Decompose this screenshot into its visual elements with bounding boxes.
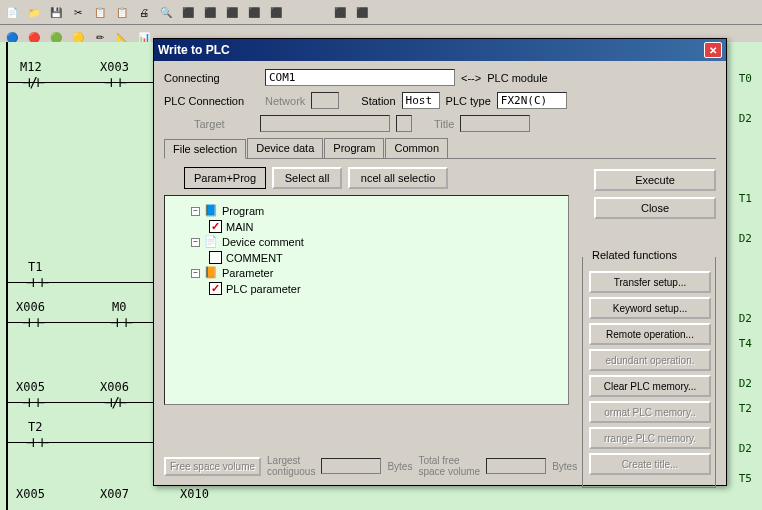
- network-label: Network: [265, 95, 305, 107]
- toolbar-icon[interactable]: ⬛: [222, 2, 242, 22]
- create-title-button: Create title...: [589, 453, 711, 475]
- contact-label: X003: [100, 60, 129, 74]
- contact-label: M12: [20, 60, 42, 74]
- program-icon: 📘: [204, 204, 218, 218]
- largest-field: [321, 458, 381, 474]
- largest-label: Largest: [267, 455, 315, 466]
- contact-label: X005: [16, 380, 45, 394]
- dialog-titlebar[interactable]: Write to PLC ✕: [154, 39, 726, 61]
- parameter-icon: 📙: [204, 266, 218, 280]
- redundant-operation-button: edundant operation.: [589, 349, 711, 371]
- tree-main[interactable]: MAIN: [226, 221, 254, 233]
- param-prog-button[interactable]: Param+Prog: [184, 167, 266, 189]
- keyword-setup-button[interactable]: Keyword setup...: [589, 297, 711, 319]
- tab-common[interactable]: Common: [385, 138, 448, 158]
- output-label: D2: [739, 442, 752, 455]
- total-field: [486, 458, 546, 474]
- total-free-label: Total free: [418, 455, 480, 466]
- output-label: D2: [739, 232, 752, 245]
- output-label: D2: [739, 377, 752, 390]
- toolbar-icon[interactable]: ⬛: [178, 2, 198, 22]
- arrange-plc-memory-button: rrange PLC memory.: [589, 427, 711, 449]
- close-icon[interactable]: ✕: [704, 42, 722, 58]
- target-label: Target: [194, 118, 254, 130]
- selection-tree: − 📘 Program ✓ MAIN − 📄 Device comment CO…: [164, 195, 569, 405]
- network-field: [311, 92, 339, 109]
- contact-label: X006: [100, 380, 129, 394]
- contact-label: X007: [100, 487, 129, 501]
- main-toolbar: 📄 📁 💾 ✂ 📋 📋 🖨 🔍 ⬛ ⬛ ⬛ ⬛ ⬛ ⬛ ⬛: [0, 0, 762, 25]
- cancel-selection-button[interactable]: ncel all selectio: [348, 167, 448, 189]
- format-plc-memory-button: ormat PLC memory..: [589, 401, 711, 423]
- output-label: T4: [739, 337, 752, 350]
- output-label: D2: [739, 112, 752, 125]
- related-legend: Related functions: [589, 249, 680, 261]
- clear-plc-memory-button[interactable]: Clear PLC memory...: [589, 375, 711, 397]
- toolbar-icon[interactable]: ⬛: [352, 2, 372, 22]
- module-label: PLC module: [487, 72, 548, 84]
- title-label: Title: [434, 118, 454, 130]
- bytes-label-2: Bytes: [552, 461, 577, 472]
- tab-file-selection[interactable]: File selection: [164, 139, 246, 159]
- execute-button[interactable]: Execute: [594, 169, 716, 191]
- tree-device-comment: Device comment: [222, 236, 304, 248]
- tree-collapse-icon[interactable]: −: [191, 269, 200, 278]
- close-button[interactable]: Close: [594, 197, 716, 219]
- output-label: T0: [739, 72, 752, 85]
- toolbar-icon[interactable]: 🔍: [156, 2, 176, 22]
- toolbar-icon[interactable]: 🖨: [134, 2, 154, 22]
- toolbar-icon[interactable]: 📋: [90, 2, 110, 22]
- contact-label: M0: [112, 300, 126, 314]
- tab-strip: File selection Device data Program Commo…: [164, 138, 716, 159]
- toolbar-icon[interactable]: ⬛: [266, 2, 286, 22]
- toolbar-icon[interactable]: ⬛: [330, 2, 350, 22]
- related-functions-group: Related functions Transfer setup... Keyw…: [582, 257, 716, 488]
- toolbar-icon[interactable]: ⬛: [200, 2, 220, 22]
- tree-comment[interactable]: COMMENT: [226, 252, 283, 264]
- target-dropdown: [396, 115, 412, 132]
- contact-label: X005: [16, 487, 45, 501]
- connecting-value: COM1: [265, 69, 455, 86]
- contact-label: T1: [28, 260, 42, 274]
- output-label: T2: [739, 402, 752, 415]
- output-label: T5: [739, 472, 752, 485]
- checkbox-plc-parameter[interactable]: ✓: [209, 282, 222, 295]
- target-field: [260, 115, 390, 132]
- toolbar-icon[interactable]: ⬛: [244, 2, 264, 22]
- title-field: [460, 115, 530, 132]
- checkbox-comment[interactable]: [209, 251, 222, 264]
- contact-label: T2: [28, 420, 42, 434]
- checkbox-main[interactable]: ✓: [209, 220, 222, 233]
- tab-device-data[interactable]: Device data: [247, 138, 323, 158]
- toolbar-icon[interactable]: 💾: [46, 2, 66, 22]
- output-label: D2: [739, 312, 752, 325]
- contiguous-label: contiguous: [267, 466, 315, 477]
- station-value: Host: [402, 92, 440, 109]
- free-space-button: Free space volume: [164, 457, 261, 476]
- plc-type-value: FX2N(C): [497, 92, 567, 109]
- toolbar-icon[interactable]: ✂: [68, 2, 88, 22]
- transfer-setup-button[interactable]: Transfer setup...: [589, 271, 711, 293]
- comment-icon: 📄: [204, 235, 218, 249]
- write-to-plc-dialog: Write to PLC ✕ Connecting COM1 <--> PLC …: [153, 38, 727, 486]
- dialog-title: Write to PLC: [158, 43, 230, 57]
- tree-collapse-icon[interactable]: −: [191, 207, 200, 216]
- tree-program: Program: [222, 205, 264, 217]
- contact-label: X010: [180, 487, 209, 501]
- station-label: Station: [361, 95, 395, 107]
- tree-collapse-icon[interactable]: −: [191, 238, 200, 247]
- bytes-label: Bytes: [387, 461, 412, 472]
- toolbar-icon[interactable]: 📋: [112, 2, 132, 22]
- toolbar-icon[interactable]: 📄: [2, 2, 22, 22]
- output-label: T1: [739, 192, 752, 205]
- plc-connection-label: PLC Connection: [164, 95, 259, 107]
- tree-parameter: Parameter: [222, 267, 273, 279]
- remote-operation-button[interactable]: Remote operation...: [589, 323, 711, 345]
- arrow-label: <-->: [461, 72, 481, 84]
- toolbar-icon[interactable]: 📁: [24, 2, 44, 22]
- space-volume-label: space volume: [418, 466, 480, 477]
- plc-type-label: PLC type: [446, 95, 491, 107]
- select-all-button[interactable]: Select all: [272, 167, 342, 189]
- tree-plc-parameter[interactable]: PLC parameter: [226, 283, 301, 295]
- tab-program[interactable]: Program: [324, 138, 384, 158]
